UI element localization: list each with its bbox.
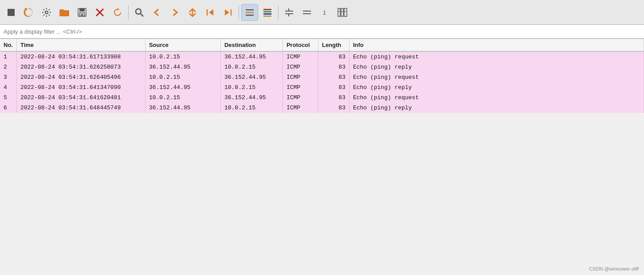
save-button[interactable] <box>74 4 90 21</box>
table-cell-row2-col0: 3 <box>0 72 16 82</box>
table-cell-row5-col5: 83 <box>318 103 349 113</box>
svg-rect-28 <box>341 8 343 16</box>
stop-button[interactable] <box>3 4 20 21</box>
table-cell-row4-col1: 2022-08-24 03:54:31.641620481 <box>16 93 145 103</box>
svg-rect-23 <box>288 14 289 16</box>
table-cell-row5-col3: 10.0.2.15 <box>220 103 283 113</box>
col-header-length[interactable]: Length <box>318 39 349 51</box>
table-cell-row2-col5: 83 <box>318 72 349 82</box>
table-cell-row5-col6: Echo (ping) reply <box>349 103 644 113</box>
table-cell-row0-col0: 1 <box>0 51 16 62</box>
table-cell-row2-col2: 10.0.2.15 <box>145 72 220 82</box>
table-cell-row1-col1: 2022-08-24 03:54:31.626258073 <box>16 62 145 72</box>
zoom-in-button[interactable] <box>281 4 298 21</box>
svg-rect-22 <box>288 8 289 11</box>
table-cell-row0-col2: 10.0.2.15 <box>145 51 220 62</box>
table-cell-row4-col4: ICMP <box>283 93 318 103</box>
svg-rect-20 <box>285 11 293 12</box>
open-button[interactable] <box>56 4 73 21</box>
table-cell-row3-col1: 2022-08-24 03:54:31.641347090 <box>16 82 145 93</box>
table-cell-row4-col5: 83 <box>318 93 349 103</box>
filter-input[interactable] <box>4 28 640 35</box>
svg-rect-24 <box>303 11 311 12</box>
col-header-time[interactable]: Time <box>16 39 145 51</box>
table-row[interactable]: 12022-08-24 03:54:31.61713390810.0.2.153… <box>0 51 644 62</box>
table-cell-row4-col6: Echo (ping) request <box>349 93 644 103</box>
table-cell-row0-col1: 2022-08-24 03:54:31.617133908 <box>16 51 145 62</box>
table-cell-row1-col0: 2 <box>0 62 16 72</box>
table-cell-row3-col6: Echo (ping) reply <box>349 82 644 93</box>
separator-1 <box>128 5 129 19</box>
svg-rect-15 <box>246 15 254 16</box>
svg-point-1 <box>45 11 48 14</box>
zoom-reset-button[interactable]: 1 <box>316 4 333 21</box>
svg-rect-29 <box>344 8 347 16</box>
table-row[interactable]: 22022-08-24 03:54:31.62625807336.152.44.… <box>0 62 644 72</box>
svg-rect-16 <box>263 9 271 10</box>
table-row[interactable]: 52022-08-24 03:54:31.64162048110.0.2.153… <box>0 93 644 103</box>
separator-2 <box>239 5 239 19</box>
table-cell-row3-col3: 10.0.2.15 <box>220 82 283 93</box>
table-cell-row1-col3: 10.0.2.15 <box>220 62 283 72</box>
svg-rect-13 <box>246 9 254 11</box>
svg-rect-0 <box>8 9 15 16</box>
table-cell-row2-col1: 2022-08-24 03:54:31.626405496 <box>16 72 145 82</box>
col-header-protocol[interactable]: Protocol <box>283 39 318 51</box>
table-cell-row3-col4: ICMP <box>283 82 318 93</box>
svg-text:1: 1 <box>323 9 326 16</box>
footer-watermark: CSDN @winnower-sliff <box>589 266 639 271</box>
table-row[interactable]: 32022-08-24 03:54:31.62640549610.0.2.153… <box>0 72 644 82</box>
col-header-destination[interactable]: Destination <box>220 39 283 51</box>
svg-rect-25 <box>303 13 311 14</box>
col-header-no[interactable]: No. <box>0 39 16 51</box>
separator-3 <box>278 5 279 19</box>
color-rules-button[interactable] <box>259 4 276 21</box>
svg-rect-14 <box>246 12 254 13</box>
svg-rect-18 <box>263 13 271 15</box>
table-cell-row5-col1: 2022-08-24 03:54:31.648445749 <box>16 103 145 113</box>
zoom-out-button[interactable] <box>298 4 315 21</box>
restart-button[interactable] <box>20 4 37 21</box>
table-header-row: No. Time Source Destination Protocol Len… <box>0 39 644 51</box>
svg-rect-17 <box>263 11 271 12</box>
table-cell-row3-col0: 4 <box>0 82 16 93</box>
jump-button[interactable] <box>184 4 201 21</box>
prev-button[interactable] <box>149 4 165 21</box>
table-cell-row1-col4: ICMP <box>283 62 318 72</box>
col-header-source[interactable]: Source <box>145 39 220 51</box>
table-row[interactable]: 42022-08-24 03:54:31.64134709036.152.44.… <box>0 82 644 93</box>
toolbar: 1 <box>0 0 644 25</box>
reload-button[interactable] <box>109 4 126 21</box>
svg-rect-19 <box>263 15 271 17</box>
table-cell-row5-col2: 36.152.44.95 <box>145 103 220 113</box>
colorize-button[interactable] <box>241 4 258 21</box>
table-cell-row0-col4: ICMP <box>283 51 318 62</box>
table-cell-row0-col5: 83 <box>318 51 349 62</box>
table-cell-row3-col2: 36.152.44.95 <box>145 82 220 93</box>
table-cell-row2-col6: Echo (ping) request <box>349 72 644 82</box>
col-header-info[interactable]: Info <box>349 39 644 51</box>
table-cell-row5-col4: ICMP <box>283 103 318 113</box>
packet-table: No. Time Source Destination Protocol Len… <box>0 39 644 113</box>
table-cell-row2-col4: ICMP <box>283 72 318 82</box>
resize-columns-button[interactable] <box>334 4 351 21</box>
table-cell-row4-col0: 5 <box>0 93 16 103</box>
table-cell-row5-col0: 6 <box>0 103 16 113</box>
svg-point-9 <box>136 9 141 14</box>
next-button[interactable] <box>166 4 183 21</box>
find-button[interactable] <box>131 4 148 21</box>
table-cell-row1-col5: 83 <box>318 62 349 72</box>
table-cell-row3-col5: 83 <box>318 82 349 93</box>
table-cell-row1-col6: Echo (ping) reply <box>349 62 644 72</box>
prefs-button[interactable] <box>38 4 55 21</box>
close-capture-button[interactable] <box>91 4 108 21</box>
table-cell-row0-col3: 36.152.44.95 <box>220 51 283 62</box>
first-button[interactable] <box>202 4 219 21</box>
svg-rect-27 <box>338 8 340 16</box>
table-cell-row4-col2: 10.0.2.15 <box>145 93 220 103</box>
table-cell-row0-col6: Echo (ping) request <box>349 51 644 62</box>
last-button[interactable] <box>220 4 236 21</box>
table-cell-row2-col3: 36.152.44.95 <box>220 72 283 82</box>
table-cell-row1-col2: 36.152.44.95 <box>145 62 220 72</box>
table-row[interactable]: 62022-08-24 03:54:31.64844574936.152.44.… <box>0 103 644 113</box>
